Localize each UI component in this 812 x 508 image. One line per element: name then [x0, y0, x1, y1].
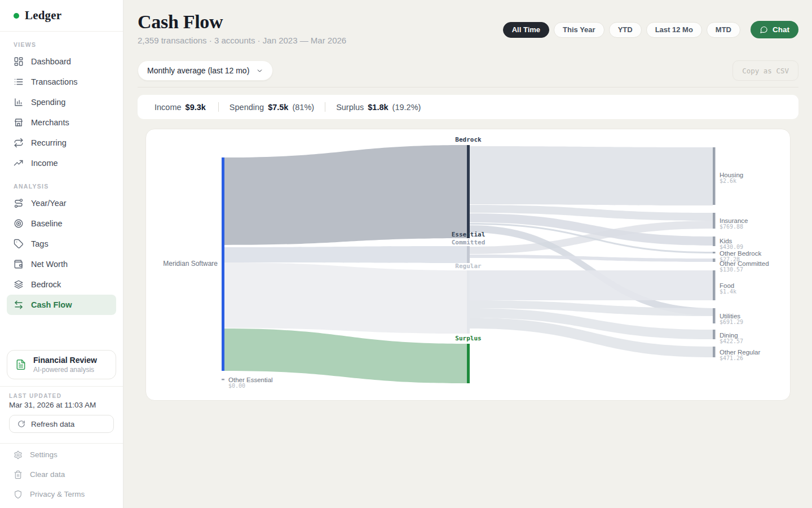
sidebar-item-label: Recurring — [31, 138, 67, 147]
last-updated-label: LAST UPDATED — [9, 393, 61, 399]
sidebar-item-net-worth[interactable]: Net Worth — [0, 254, 123, 274]
sidebar-item-label: Cash Flow — [31, 300, 72, 309]
store-icon — [14, 117, 24, 128]
sidebar-item-label: Merchants — [31, 118, 69, 127]
sidebar-footer: SettingsClear dataPrivacy & Terms — [0, 445, 123, 504]
group-node-label: Committed — [452, 239, 486, 246]
time-filter-ytd[interactable]: YTD — [609, 22, 642, 38]
layers-icon — [14, 279, 24, 290]
page-title: Cash Flow — [138, 11, 223, 33]
shield-icon — [14, 490, 23, 499]
gear-icon — [14, 450, 23, 459]
divider — [0, 386, 123, 387]
analysis-section-label: ANALYSIS — [0, 183, 123, 190]
sidebar-item-tags[interactable]: Tags — [0, 234, 123, 254]
sidebar-item-income[interactable]: Income — [0, 153, 123, 173]
app-logo: Ledger — [0, 0, 123, 32]
wallet-icon — [14, 259, 24, 269]
file-text-icon — [15, 359, 27, 370]
divider — [325, 102, 325, 112]
footer-item-settings[interactable]: Settings — [0, 445, 123, 465]
sidebar-item-baseline[interactable]: Baseline — [0, 213, 123, 234]
transactions-icon — [14, 77, 24, 87]
sidebar-item-transactions[interactable]: Transactions — [0, 72, 123, 92]
trash-icon — [14, 470, 23, 479]
refresh-icon — [17, 420, 25, 428]
financial-review-card[interactable]: Financial Review AI-powered analysis — [7, 350, 116, 379]
sidebar-item-label: Spending — [31, 98, 65, 107]
spending-value: $7.5k — [268, 103, 288, 112]
sankey-chart: Meridian SoftwareBedrockEssentialCommitt… — [146, 129, 791, 401]
sidebar-item-bedrock[interactable]: Bedrock — [0, 274, 123, 295]
bar-chart-icon — [14, 97, 24, 107]
time-filter-last-12-mo[interactable]: Last 12 Mo — [646, 22, 702, 38]
divider — [138, 87, 798, 87]
sidebar-item-label: Income — [31, 159, 58, 168]
aggregation-mode-select[interactable]: Monthly average (last 12 mo) — [138, 60, 273, 81]
analysis-nav: Year/YearBaselineTagsNet WorthBedrockCas… — [0, 193, 123, 315]
mode-select-value: Monthly average (last 12 mo) — [147, 66, 249, 75]
time-filter-all-time[interactable]: All Time — [503, 22, 549, 38]
trending-up-icon — [14, 158, 24, 168]
time-filter-mtd[interactable]: MTD — [707, 22, 740, 38]
sidebar-item-label: Tags — [31, 239, 48, 248]
time-filter-this-year[interactable]: This Year — [554, 22, 604, 38]
category-value: $422.57 — [720, 338, 743, 344]
sidebar-item-dashboard[interactable]: Dashboard — [0, 51, 123, 72]
sidebar-item-label: Bedrock — [31, 280, 61, 289]
category-value: $471.26 — [720, 355, 743, 361]
sidebar-item-cash-flow[interactable]: Cash Flow — [7, 295, 116, 315]
chevron-down-icon — [256, 67, 263, 75]
sidebar-item-label: Year/Year — [31, 199, 67, 208]
main-content: Cash Flow 2,359 transactions · 3 account… — [123, 0, 812, 508]
footer-item-clear-data[interactable]: Clear data — [0, 465, 123, 484]
sidebar-item-label: Net Worth — [31, 260, 68, 269]
group-node-label: Bedrock — [455, 136, 482, 143]
spending-percent: (81%) — [292, 103, 314, 112]
refresh-data-button[interactable]: Refresh data — [9, 415, 114, 433]
page-subtitle: 2,359 transactions · 3 accounts · Jan 20… — [138, 36, 346, 45]
sidebar-item-label: Dashboard — [31, 57, 71, 66]
category-value: $130.57 — [720, 266, 743, 273]
swap-arrows-icon — [14, 300, 24, 310]
sidebar-item-label: Baseline — [31, 219, 63, 228]
category-value: $1.4k — [720, 288, 736, 295]
surplus-percent: (19.2%) — [392, 103, 421, 112]
dashboard-icon — [14, 56, 24, 67]
chat-label: Chat — [773, 25, 789, 34]
surplus-label: Surplus — [336, 103, 364, 112]
summary-bar: Income $9.3k Spending $7.5k (81%) Surplu… — [138, 95, 798, 119]
sidebar-item-year-year[interactable]: Year/Year — [0, 193, 123, 213]
chat-button[interactable]: Chat — [751, 21, 798, 38]
tag-icon — [14, 239, 24, 249]
category-value: $430.09 — [720, 244, 743, 250]
logo-dot-icon — [14, 13, 19, 19]
repeat-icon — [14, 138, 24, 148]
sidebar-item-recurring[interactable]: Recurring — [0, 133, 123, 153]
route-icon — [14, 198, 24, 208]
sidebar-item-merchants[interactable]: Merchants — [0, 112, 123, 133]
divider — [218, 102, 219, 112]
surplus-value: $1.8k — [368, 103, 388, 112]
copy-as-csv-button[interactable]: Copy as CSV — [732, 60, 798, 81]
category-value: $0.00 — [228, 383, 245, 389]
sidebar-item-label: Transactions — [31, 77, 77, 86]
group-node-label: Regular — [455, 262, 482, 270]
time-filter-group: All TimeThis YearYTDLast 12 MoMTD Chat — [503, 21, 798, 38]
chat-bubble-icon — [760, 25, 768, 34]
footer-item-label: Settings — [30, 450, 58, 459]
app-name: Ledger — [25, 8, 61, 23]
divider — [0, 443, 123, 444]
last-updated-value: Mar 31, 2026 at 11:03 AM — [9, 401, 96, 409]
sidebar-item-spending[interactable]: Spending — [0, 92, 123, 112]
views-section-label: VIEWS — [0, 41, 123, 48]
review-title: Financial Review — [33, 356, 97, 366]
sidebar: Ledger VIEWS DashboardTransactionsSpendi… — [0, 0, 123, 508]
refresh-label: Refresh data — [31, 420, 74, 428]
category-value: $691.29 — [720, 319, 743, 325]
category-value: $2.6k — [720, 178, 736, 184]
footer-item-privacy-terms[interactable]: Privacy & Terms — [0, 484, 123, 504]
footer-item-label: Clear data — [30, 470, 65, 479]
group-node-label: Surplus — [455, 335, 481, 342]
income-label: Income — [155, 103, 182, 112]
